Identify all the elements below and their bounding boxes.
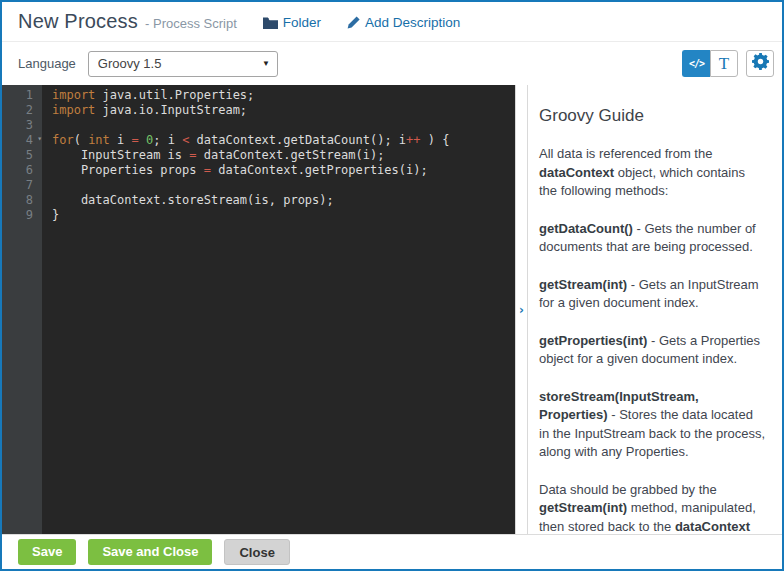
dialog-header: New Process - Process Script Folder Add … [2, 2, 782, 42]
code-line [52, 178, 515, 193]
line-number: 3 [2, 118, 42, 133]
code-token: java.util.Properties; [95, 88, 254, 102]
page-subtitle: - Process Script [145, 16, 237, 31]
folder-icon [263, 17, 278, 29]
code-line: dataContext.storeStream(is, props); [52, 193, 515, 208]
line-number: 7 [2, 178, 42, 193]
code-token: ) { [421, 133, 450, 147]
guide-panel: Groovy Guide All data is referenced from… [528, 85, 782, 534]
pencil-icon [347, 16, 360, 29]
page-title: New Process [18, 10, 138, 33]
line-number: 6 [2, 163, 42, 178]
code-line: } [52, 208, 515, 223]
editor-gutter: 1234▾56789 [2, 85, 42, 534]
settings-button[interactable] [746, 50, 774, 77]
code-view-icon: </> [689, 58, 704, 69]
code-token [139, 133, 146, 147]
code-token: i [110, 133, 132, 147]
line-number-text: 3 [26, 118, 33, 132]
line-number-text: 4 [26, 133, 33, 147]
code-line [52, 118, 515, 133]
line-number: 8 [2, 193, 42, 208]
code-token: dataContext.getStream(i); [197, 148, 385, 162]
close-button[interactable]: Close [224, 539, 289, 565]
guide-text: getProperties(int) [539, 333, 647, 348]
guide-paragraph: getProperties(int) - Gets a Properties o… [539, 332, 766, 369]
code-token: import [52, 103, 95, 117]
guide-text: dataContext [539, 165, 614, 180]
guide-paragraph: storeStream(InputStream, Properties) - S… [539, 388, 766, 462]
guide-text: getStream(int) [539, 277, 627, 292]
guide-paragraph: Data should be grabbed by the getStream(… [539, 481, 766, 535]
line-number-text: 7 [26, 178, 33, 192]
code-token: = [189, 148, 196, 162]
guide-text: getStream(int) [539, 500, 627, 515]
code-token: dataContext.storeStream(is, props); [52, 193, 334, 207]
code-line: Properties props = dataContext.getProper… [52, 163, 515, 178]
view-toggle-group: </> T [682, 50, 738, 77]
language-select-wrap: Groovy 1.5 ▼ [88, 51, 278, 77]
guide-paragraph: getDataCount() - Gets the number of docu… [539, 220, 766, 257]
line-number-text: 1 [26, 88, 33, 102]
guide-paragraph: getStream(int) - Gets an InputStream for… [539, 276, 766, 313]
line-number-text: 8 [26, 193, 33, 207]
add-description-link-label: Add Description [365, 15, 460, 30]
code-token: java.io.InputStream; [95, 103, 247, 117]
line-number-text: 2 [26, 103, 33, 117]
code-fold-icon: ▾ [37, 135, 42, 143]
code-editor[interactable]: 1234▾56789 import java.util.Properties;i… [2, 85, 515, 534]
guide-text: Data should be grabbed by the [539, 482, 717, 497]
code-token: for [52, 133, 74, 147]
code-line: import java.util.Properties; [52, 88, 515, 103]
line-number: 5 [2, 148, 42, 163]
text-view-button[interactable]: T [710, 50, 738, 77]
dialog-footer: Save Save and Close Close [2, 535, 782, 569]
line-number: 9 [2, 208, 42, 223]
process-script-dialog: New Process - Process Script Folder Add … [0, 0, 784, 571]
guide-text: dataContext [675, 519, 750, 534]
line-number-text: 6 [26, 163, 33, 177]
text-view-icon: T [719, 54, 729, 74]
code-line: import java.io.InputStream; [52, 103, 515, 118]
code-view-button[interactable]: </> [682, 50, 710, 77]
editor-toolbar: Language Groovy 1.5 ▼ </> T [2, 42, 782, 85]
line-number: 1 [2, 88, 42, 103]
guide-title: Groovy Guide [539, 106, 766, 126]
guide-text: getDataCount() [539, 221, 633, 236]
chevron-right-icon: › [516, 303, 527, 317]
code-token: import [52, 88, 95, 102]
code-token: = [132, 133, 139, 147]
add-description-link[interactable]: Add Description [347, 15, 460, 30]
code-token: ( [74, 133, 88, 147]
folder-link-label: Folder [283, 15, 321, 30]
line-number-text: 9 [26, 208, 33, 222]
language-label: Language [18, 56, 76, 71]
code-token: ++ [406, 133, 420, 147]
line-number: 4▾ [2, 133, 42, 148]
language-select[interactable]: Groovy 1.5 [88, 51, 278, 77]
code-token: Properties props [52, 163, 204, 177]
code-token: } [52, 208, 59, 222]
code-line: InputStream is = dataContext.getStream(i… [52, 148, 515, 163]
editor-code[interactable]: import java.util.Properties;import java.… [42, 85, 515, 534]
code-token: dataContext.getProperties(i); [211, 163, 428, 177]
folder-link[interactable]: Folder [263, 15, 321, 30]
guide-paragraphs: All data is referenced from the dataCont… [539, 145, 766, 534]
panel-collapse-handle[interactable]: › [515, 85, 528, 534]
guide-text: All data is referenced from the [539, 146, 712, 161]
code-token: InputStream is [52, 148, 189, 162]
code-token: int [88, 133, 110, 147]
line-number-text: 5 [26, 148, 33, 162]
line-number: 2 [2, 103, 42, 118]
save-button[interactable]: Save [18, 539, 76, 565]
guide-paragraph: All data is referenced from the dataCont… [539, 145, 766, 201]
code-token: = [204, 163, 211, 177]
code-line: for( int i = 0; i < dataContext.getDataC… [52, 133, 515, 148]
gear-icon [752, 53, 769, 74]
code-token: dataContext.getDataCount(); i [189, 133, 406, 147]
code-token: ; i [153, 133, 182, 147]
content-area: 1234▾56789 import java.util.Properties;i… [2, 85, 782, 535]
save-and-close-button[interactable]: Save and Close [88, 539, 212, 565]
